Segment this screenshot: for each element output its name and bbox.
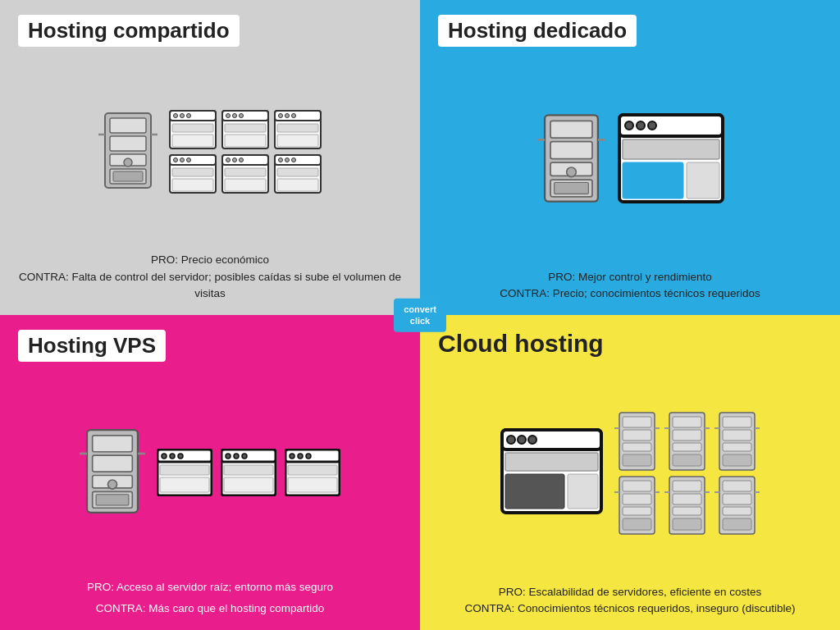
svg-rect-50 [277, 179, 318, 191]
contra-text: CONTRA: Precio; conocimientos técnicos r… [438, 285, 822, 302]
svg-point-95 [306, 454, 311, 459]
browser-icons-vps [157, 449, 340, 496]
hosting-dedicado-panel: Hosting dedicado [420, 0, 840, 315]
hosting-compartido-title: Hosting compartido [18, 15, 240, 47]
browser-icon-cloud [500, 428, 603, 518]
svg-rect-116 [673, 443, 701, 451]
svg-point-100 [507, 436, 515, 444]
svg-point-79 [162, 454, 167, 459]
svg-rect-69 [93, 436, 133, 452]
svg-rect-89 [224, 465, 273, 475]
cloud-hosting-title: Cloud hosting [438, 330, 604, 358]
svg-point-11 [174, 114, 178, 118]
svg-point-27 [292, 114, 296, 118]
hosting-vps-title: Hosting VPS [18, 330, 166, 362]
svg-point-63 [637, 121, 645, 130]
convertclick-watermark: convert click [394, 299, 446, 332]
svg-point-12 [180, 114, 185, 118]
cloud-hosting-icons [438, 366, 822, 581]
contra-text: CONTRA: Conocimientos técnicos requerido… [438, 600, 822, 617]
svg-rect-49 [277, 168, 318, 176]
svg-rect-142 [723, 481, 751, 491]
svg-rect-76 [96, 494, 129, 504]
svg-rect-8 [113, 171, 143, 181]
server-cluster-cloud [614, 412, 760, 535]
svg-rect-110 [623, 454, 651, 466]
server-icon-dedicated [536, 113, 606, 207]
svg-rect-138 [673, 518, 701, 530]
svg-rect-135 [673, 481, 701, 491]
contra-text: CONTRA: Más caro que el hosting comparti… [18, 600, 402, 617]
svg-point-87 [234, 454, 239, 459]
svg-rect-36 [172, 179, 213, 191]
svg-point-34 [187, 158, 191, 162]
hosting-compartido-pro-contra: PRO: Precio económico CONTRA: Falta de c… [18, 252, 402, 302]
svg-rect-137 [673, 507, 701, 515]
svg-rect-14 [172, 124, 213, 132]
svg-rect-52 [550, 121, 592, 139]
svg-rect-136 [673, 494, 701, 504]
svg-rect-65 [623, 139, 719, 159]
hosting-compartido-icons [18, 55, 402, 249]
svg-rect-59 [554, 183, 588, 194]
svg-point-13 [187, 114, 191, 118]
pro-text: PRO: Precio económico [18, 252, 402, 268]
hosting-dedicado-title: Hosting dedicado [438, 15, 637, 47]
browser-icon-large [618, 113, 724, 207]
svg-point-47 [285, 158, 290, 162]
svg-rect-124 [723, 454, 751, 466]
svg-rect-107 [623, 417, 651, 427]
svg-rect-145 [723, 518, 751, 530]
pro-text: PRO: Escalabilidad de servidores, eficie… [438, 584, 822, 600]
svg-point-40 [233, 158, 237, 162]
svg-rect-61 [619, 115, 723, 136]
pro-text: PRO: Mejor control y rendimiento [438, 269, 822, 285]
svg-rect-104 [505, 474, 564, 509]
svg-point-88 [242, 454, 247, 459]
svg-rect-123 [723, 443, 751, 451]
svg-rect-35 [172, 168, 213, 176]
svg-rect-21 [225, 124, 266, 132]
svg-rect-42 [225, 168, 266, 176]
svg-rect-128 [623, 481, 651, 491]
svg-rect-82 [160, 465, 209, 475]
svg-rect-22 [225, 135, 266, 147]
svg-rect-67 [687, 162, 719, 199]
svg-point-81 [178, 454, 183, 459]
svg-rect-103 [505, 453, 598, 471]
svg-point-48 [292, 158, 296, 162]
svg-point-93 [290, 454, 294, 459]
svg-rect-143 [723, 494, 751, 504]
svg-point-20 [240, 114, 244, 118]
hosting-vps-panel: Hosting VPS [0, 315, 420, 630]
svg-rect-66 [623, 162, 683, 199]
svg-point-46 [279, 158, 283, 162]
hosting-vps-pro-contra: PRO: Acceso al servidor raíz; entorno má… [18, 579, 402, 618]
svg-rect-15 [172, 135, 213, 147]
svg-rect-29 [277, 135, 318, 147]
hosting-dedicado-pro-contra: PRO: Mejor control y rendimiento CONTRA:… [438, 269, 822, 303]
hosting-compartido-panel: Hosting compartido [0, 0, 420, 315]
svg-rect-90 [224, 477, 273, 492]
server-icon-vps [80, 428, 145, 518]
svg-point-32 [174, 158, 178, 162]
svg-point-39 [226, 158, 231, 162]
svg-point-26 [285, 114, 290, 118]
svg-point-58 [566, 167, 576, 177]
svg-point-19 [233, 114, 237, 118]
svg-point-7 [124, 158, 132, 167]
svg-rect-108 [623, 430, 651, 441]
svg-rect-83 [160, 477, 209, 492]
svg-rect-129 [623, 494, 651, 504]
svg-point-18 [226, 114, 231, 118]
svg-rect-115 [673, 430, 701, 441]
main-grid: Hosting compartido [0, 0, 840, 630]
svg-rect-109 [623, 443, 651, 451]
svg-rect-1 [110, 118, 146, 133]
svg-rect-96 [288, 465, 337, 475]
hosting-vps-icons [18, 370, 402, 576]
svg-rect-28 [277, 124, 318, 132]
svg-point-41 [240, 158, 244, 162]
svg-rect-130 [623, 507, 651, 515]
svg-rect-122 [723, 430, 751, 441]
